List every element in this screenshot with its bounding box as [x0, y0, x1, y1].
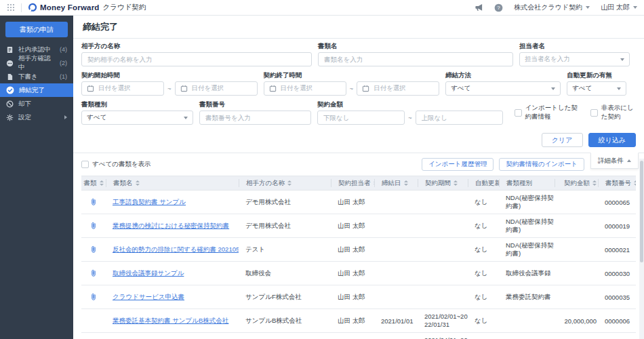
table-row[interactable]: 取締役会議事録サンプル 取締役会 山田 太郎 なし 取締役会議事録 000003…	[81, 262, 636, 285]
contract-start-to-input[interactable]: 日付を選択	[175, 81, 258, 96]
contract-person-cell: 山田 太郎	[331, 293, 374, 302]
document-link[interactable]: クラウドサービス申込書	[113, 293, 239, 302]
auto-renewal-select[interactable]: すべて	[567, 81, 626, 96]
attachment-icon	[81, 269, 106, 277]
filter-button[interactable]: 絞り込み	[588, 133, 636, 147]
table-row[interactable]: 工事請負契約書 サンプル デモ用株式会社 山田 太郎 なし NDA(秘密保持契約…	[81, 191, 636, 214]
partner-name-cell: デモ用株式会社	[239, 198, 331, 207]
detail-conditions-toggle[interactable]: 詳細条件	[590, 153, 639, 169]
sidebar-item-settings[interactable]: 設定	[0, 111, 73, 124]
document-type-cell: 業務委託契約書	[499, 293, 555, 301]
divider	[21, 3, 22, 12]
column-header-document-type: 書類種別	[499, 179, 555, 187]
contract-end-from-input[interactable]: 日付を選択	[264, 81, 346, 96]
contract-person-cell: 山田 太郎	[331, 317, 374, 325]
gear-icon	[6, 114, 14, 121]
attachment-icon	[81, 222, 106, 230]
sort-icon	[136, 180, 140, 186]
document-name-label: 書類名	[318, 42, 513, 50]
attachment-icon	[81, 293, 106, 301]
table-row[interactable]: 業務委託基本契約書 サンプルD株式会社 サンプルD株式会社 山田 太郎 2021…	[81, 333, 636, 339]
auto-renewal-cell: なし	[468, 198, 499, 207]
contract-person-cell: 山田 太郎	[331, 245, 374, 254]
imported-contracts-checkbox[interactable]	[515, 109, 522, 117]
document-number-cell: 0000065	[598, 199, 636, 206]
contract-person-cell: 山田 太郎	[331, 222, 374, 231]
chevron-down-icon	[184, 117, 188, 119]
contract-period-cell: 2021/04/01~2021/06/30	[418, 336, 468, 339]
sidebar-item-counterparty-review[interactable]: 相手方確認中 (2)	[0, 56, 73, 70]
document-lines-icon	[6, 46, 14, 54]
document-type-select[interactable]: すべて	[81, 111, 193, 125]
user-menu[interactable]: 山田 太郎	[601, 3, 637, 12]
column-header-conclusion-date[interactable]: 締結日	[374, 179, 418, 187]
auto-renewal-cell: なし	[468, 269, 499, 278]
main-content: 締結完了 相手方の名称 書類名 担当者名 担当者名を入力 契	[73, 16, 644, 339]
sidebar: 書類の申請 社内承認中 (4) 相手方確認中 (2) 下書き (1) 締結完了 …	[0, 16, 73, 339]
sort-icon	[592, 180, 597, 186]
range-separator: ~	[167, 85, 172, 92]
show-all-documents-checkbox[interactable]	[81, 161, 89, 168]
apps-grid-icon[interactable]	[7, 3, 15, 12]
table-row[interactable]: 業務提携の検討における秘密保持契約書 デモ用株式会社 山田 太郎 なし NDA(…	[81, 214, 636, 238]
column-header-contract-period[interactable]: 契約期間	[418, 179, 468, 187]
apply-document-button[interactable]: 書類の申請	[5, 22, 68, 37]
column-header-contract-amount[interactable]: 契約金額	[555, 179, 598, 187]
column-header-partner-name[interactable]: 相手方の名称	[239, 179, 331, 187]
document-type-cell: 取締役会議事録	[499, 269, 555, 277]
import-contracts-button[interactable]: 契約書情報のインポート	[499, 158, 584, 171]
range-separator: ~	[350, 85, 354, 92]
document-link[interactable]: 工事請負契約書 サンプル	[113, 198, 239, 207]
document-link[interactable]: 反社会的勢力の排除に関する確約書 20210501	[113, 245, 239, 254]
help-icon[interactable]: ?	[494, 3, 503, 12]
partner-name-cell: サンプルF株式会社	[239, 293, 331, 302]
attachment-icon	[81, 245, 106, 254]
document-link[interactable]: 取締役会議事録サンプル	[113, 269, 239, 278]
contract-start-from-input[interactable]: 日付を選択	[81, 81, 164, 96]
documents-table: 書類 書類名 相手方の名称 契約担当者 締結日 契約期間 自動更新 書類種別 契…	[81, 176, 636, 339]
document-type-cell: NDA(秘密保持契約書)	[499, 241, 555, 258]
document-type-cell: NDA(秘密保持契約書)	[499, 194, 555, 210]
chevron-down-icon	[551, 87, 555, 90]
user-name: 山田 太郎	[601, 3, 630, 12]
vertical-scrollbar[interactable]	[639, 159, 644, 339]
ellipsis-circle-icon	[6, 60, 14, 67]
person-name-select[interactable]: 担当者名を入力	[519, 52, 630, 66]
contract-amount-label: 契約金額	[317, 100, 503, 108]
auto-renewal-cell: なし	[468, 317, 499, 325]
hidden-contracts-checkbox[interactable]	[590, 109, 598, 117]
table-row[interactable]: 業務委託基本契約書 サンプルB株式会社 サンプルB株式会社 山田 太郎 2021…	[81, 309, 636, 333]
sidebar-item-rejected[interactable]: 却下	[0, 97, 73, 111]
amount-min-input[interactable]	[317, 111, 405, 125]
company-menu[interactable]: 株式会社クラウド契約	[514, 3, 590, 12]
document-name-input[interactable]	[318, 52, 513, 66]
column-header-document-name[interactable]: 書類名	[106, 179, 239, 187]
document-link[interactable]: 業務委託基本契約書 サンプルB株式会社	[113, 317, 239, 325]
document-number-cell: 0000021	[598, 246, 636, 254]
contract-end-label: 契約終了時間	[264, 71, 440, 79]
partner-name-cell: 取締役会	[239, 269, 331, 278]
contract-end-to-input[interactable]: 日付を選択	[357, 81, 439, 96]
column-header-document-number[interactable]: 書類番号	[598, 179, 636, 187]
sidebar-item-draft[interactable]: 下書き (1)	[0, 70, 73, 83]
partner-name-cell: デモ用株式会社	[239, 222, 331, 231]
contract-amount-cell: 20,000,000	[555, 317, 598, 325]
sort-icon	[454, 180, 458, 186]
conclusion-method-select[interactable]: すべて	[445, 81, 561, 96]
clear-button[interactable]: クリア	[542, 133, 583, 147]
sidebar-item-concluded[interactable]: 締結完了	[0, 83, 73, 97]
svg-text:?: ?	[498, 5, 501, 11]
column-header-document[interactable]: 書類	[81, 179, 106, 187]
amount-max-input[interactable]	[416, 111, 503, 125]
conclusion-date-cell: 2021/01/01	[374, 317, 418, 325]
column-header-contract-person[interactable]: 契約担当者	[331, 179, 374, 187]
document-number-input[interactable]	[199, 111, 311, 125]
document-link[interactable]: 業務提携の検討における秘密保持契約書	[113, 222, 239, 231]
sort-icon	[287, 180, 291, 186]
table-row[interactable]: 反社会的勢力の排除に関する確約書 20210501 テスト 山田 太郎 なし N…	[81, 238, 636, 262]
announcement-icon[interactable]	[475, 3, 483, 12]
table-row[interactable]: クラウドサービス申込書 サンプルF株式会社 山田 太郎 なし 業務委託契約書 0…	[81, 285, 636, 309]
partner-name-input[interactable]	[81, 52, 312, 66]
import-history-button[interactable]: インポート履歴管理	[422, 158, 494, 171]
scrollbar-thumb[interactable]	[640, 161, 643, 262]
